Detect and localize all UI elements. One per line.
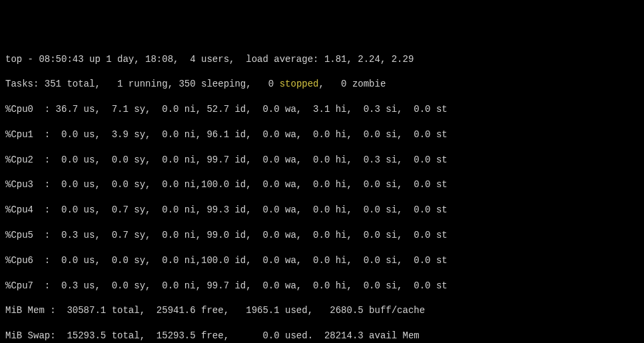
- summary-mem: MiB Mem : 30587.1 total, 25941.6 free, 1…: [5, 304, 639, 317]
- summary-cpu1: %Cpu1 : 0.0 us, 3.9 sy, 0.0 ni, 96.1 id,…: [5, 129, 639, 141]
- summary-cpu5: %Cpu5 : 0.3 us, 0.7 sy, 0.0 ni, 99.0 id,…: [5, 229, 639, 242]
- summary-cpu0: %Cpu0 : 36.7 us, 7.1 sy, 0.0 ni, 52.7 id…: [5, 103, 639, 116]
- summary-uptime: top - 08:50:43 up 1 day, 18:08, 4 users,…: [5, 53, 639, 66]
- summary-cpu7: %Cpu7 : 0.3 us, 0.0 sy, 0.0 ni, 99.7 id,…: [5, 280, 639, 292]
- summary-cpu3: %Cpu3 : 0.0 us, 0.0 sy, 0.0 ni,100.0 id,…: [5, 178, 639, 191]
- summary-cpu2: %Cpu2 : 0.0 us, 0.0 sy, 0.0 ni, 99.7 id,…: [5, 154, 639, 167]
- tasks-suffix: , 0 zombie: [318, 79, 386, 89]
- tasks-stopped: stopped: [280, 79, 319, 89]
- summary-cpu4: %Cpu4 : 0.0 us, 0.7 sy, 0.0 ni, 99.3 id,…: [5, 204, 639, 216]
- summary-swap: MiB Swap: 15293.5 total, 15293.5 free, 0…: [5, 330, 639, 342]
- summary-tasks: Tasks: 351 total, 1 running, 350 sleepin…: [5, 78, 639, 91]
- summary-cpu6: %Cpu6 : 0.0 us, 0.0 sy, 0.0 ni,100.0 id,…: [5, 254, 639, 267]
- tasks-prefix: Tasks: 351 total, 1 running, 350 sleepin…: [5, 79, 280, 89]
